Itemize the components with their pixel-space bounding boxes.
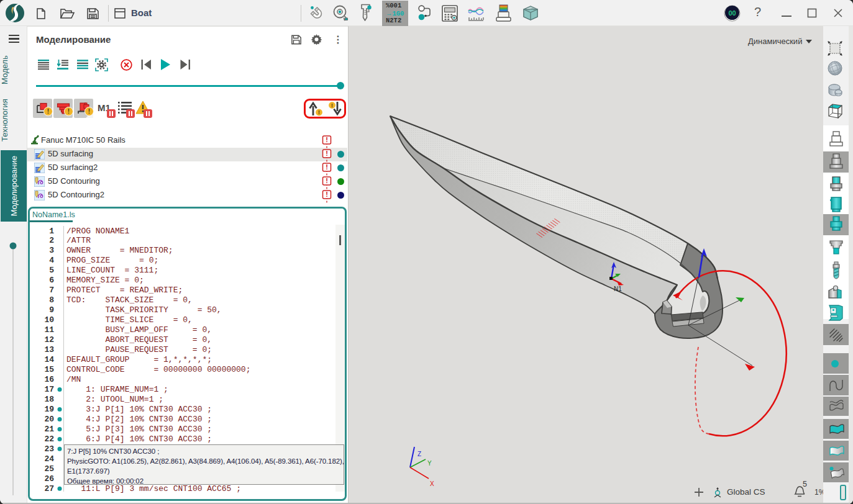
svg-text:!: ! (326, 177, 328, 184)
svg-text:!: ! (326, 191, 328, 198)
svg-text:00: 00 (728, 9, 736, 17)
svg-text:!: ! (326, 163, 328, 171)
svg-text:!: ! (331, 102, 333, 109)
svg-text:!: ! (88, 108, 90, 115)
svg-text:!: ! (326, 136, 328, 143)
svg-text:Y: Y (427, 460, 432, 467)
svg-text:X: X (430, 480, 434, 487)
svg-text:!: ! (326, 150, 328, 157)
svg-text:!: ! (47, 108, 49, 115)
svg-text:N1: N1 (614, 286, 622, 292)
svg-text:Z: Z (417, 451, 421, 457)
svg-text:!: ! (68, 108, 70, 115)
svg-text:!: ! (318, 109, 320, 115)
